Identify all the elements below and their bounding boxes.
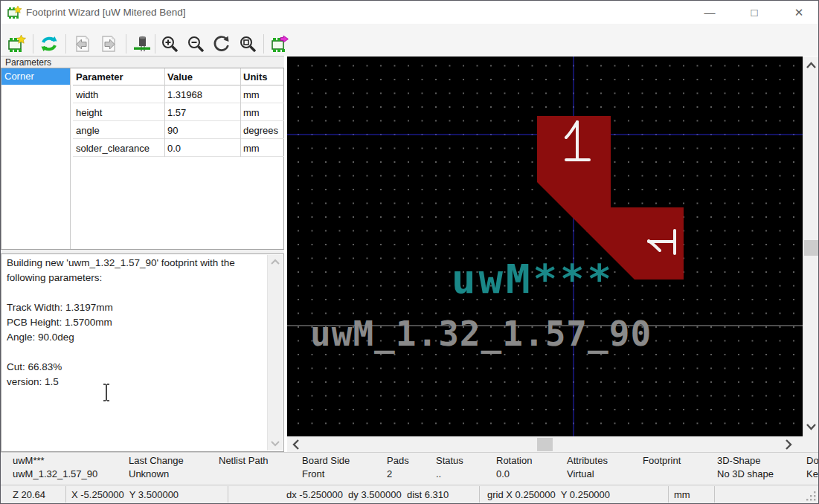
export-footprint-button[interactable]	[270, 33, 291, 54]
through-hole-part-icon	[132, 34, 152, 54]
message-line: PCB Height: 1.5700mm	[7, 317, 235, 332]
message-line: Angle: 90.0deg	[7, 332, 235, 346]
arrow-right-page-icon	[99, 34, 118, 54]
info-attributes-value: Virtual	[567, 468, 594, 479]
zoom-out-icon	[186, 34, 205, 54]
column-header-parameter: Parameter	[76, 71, 123, 83]
message-line	[7, 346, 235, 361]
info-rotation-value: 0.0	[496, 468, 510, 479]
statusbar-separator	[479, 486, 480, 503]
toolbar-separator	[65, 34, 66, 54]
zoom-in-icon	[160, 34, 179, 54]
horizontal-scroll-thumb[interactable]	[537, 438, 553, 451]
parameters-panel-title: Parameters	[5, 57, 51, 68]
zoom-out-button[interactable]	[185, 33, 206, 54]
info-status-value: ..	[436, 468, 441, 479]
info-reference-value: uwM_1.32_1.57_90	[13, 468, 97, 479]
info-netlist-label: Netlist Path	[219, 455, 268, 466]
footprint-wizard-window: Footprint Wizard [uW Mitered Bend] ― □ ✕	[0, 0, 819, 504]
statusbar-separator	[714, 486, 715, 503]
info-3dshape-value: No 3D shape	[717, 468, 774, 479]
relative-position: dx -5.250000 dy 3.500000 dist 6.310	[286, 489, 449, 500]
info-lastchange-label: Last Change	[129, 455, 184, 466]
footprint-wizard-icon	[7, 34, 26, 54]
zoom-fit-icon	[238, 34, 257, 54]
info-footprint-label: Footprint	[643, 455, 681, 466]
info-rotation-label: Rotation	[496, 455, 532, 466]
toolbar-separator	[263, 34, 264, 54]
toolbar-separator	[33, 34, 33, 54]
param-value[interactable]: 90	[167, 125, 178, 136]
page-list: Corner	[1, 68, 71, 249]
param-units: mm	[243, 89, 260, 100]
footprint-value-text[interactable]: uwM_1.32_1.57_90	[310, 314, 652, 354]
next-page-button[interactable]	[98, 33, 119, 54]
title-bar: Footprint Wizard [uW Mitered Bend] ― □ ✕	[1, 1, 818, 25]
column-header-value: Value	[167, 71, 193, 83]
info-status-label: Status	[436, 455, 463, 466]
scroll-down-icon[interactable]	[803, 420, 819, 433]
resize-grip[interactable]	[805, 490, 817, 502]
page-list-item-corner[interactable]: Corner	[1, 68, 70, 85]
info-boardside-label: Board Side	[302, 455, 350, 466]
grid-column-divider	[240, 68, 241, 157]
statusbar-separator	[65, 486, 66, 503]
toolbar-separator	[126, 34, 126, 54]
scroll-up-icon[interactable]	[268, 256, 283, 268]
previous-page-button[interactable]	[72, 33, 93, 54]
scroll-up-icon[interactable]	[803, 59, 819, 72]
info-pads-value: 2	[387, 468, 392, 479]
ibeam-cursor	[102, 383, 111, 402]
info-pads-label: Pads	[387, 455, 409, 466]
cursor-position: X -5.250000 Y 3.500000	[71, 489, 179, 500]
info-attributes-label: Attributes	[567, 455, 608, 466]
param-name: solder_clearance	[76, 143, 150, 154]
info-3dshape-label: 3D-Shape	[717, 455, 761, 466]
zoom-level: Z 20.64	[13, 489, 45, 500]
scroll-down-icon[interactable]	[268, 437, 283, 449]
param-units: mm	[243, 107, 260, 118]
export-footprint-icon	[271, 34, 290, 54]
maximize-button[interactable]: □	[737, 1, 771, 24]
zoom-in-button[interactable]	[159, 33, 180, 54]
statusbar-separator	[228, 486, 228, 503]
zoom-to-fit-button[interactable]	[237, 33, 258, 54]
parameters-area: Corner Parameter Value Units width 1.319…	[1, 68, 284, 250]
param-value[interactable]: 0.0	[167, 143, 181, 154]
toolbar	[1, 24, 818, 56]
scroll-left-icon[interactable]	[289, 437, 303, 452]
message-scrollbar[interactable]	[267, 255, 283, 450]
column-header-units: Units	[243, 71, 268, 83]
scroll-right-icon[interactable]	[782, 437, 795, 452]
message-line: version: 1.5	[7, 376, 235, 391]
toolbar-separator	[155, 34, 155, 54]
units-indicator: mm	[674, 489, 690, 500]
statusbar-separator	[668, 486, 669, 503]
info-reference-label: uwM***	[13, 455, 45, 466]
canvas-horizontal-scrollbar[interactable]	[287, 436, 803, 452]
footprint-reference-text[interactable]: uwM***	[452, 256, 614, 303]
close-button[interactable]: ✕	[782, 1, 816, 24]
info-doc-value: Keywords	[806, 468, 819, 479]
grid-header-divider	[73, 85, 284, 85]
param-name: angle	[76, 125, 100, 136]
param-name: height	[76, 107, 102, 118]
refresh-preview-button[interactable]	[39, 33, 60, 54]
minimize-button[interactable]: ―	[693, 1, 727, 24]
component-preview-button[interactable]	[132, 33, 152, 54]
redraw-view-button[interactable]	[211, 33, 232, 54]
footprint-canvas[interactable]: uwM*** uwM_1.32_1.57_90	[287, 56, 803, 436]
footprint-wizard-select-button[interactable]	[6, 33, 27, 54]
info-boardside-value: Front	[302, 468, 324, 479]
scrollbar-corner	[803, 436, 819, 452]
param-value[interactable]: 1.31968	[167, 89, 202, 100]
param-units: mm	[243, 143, 260, 154]
refresh-icon	[39, 34, 59, 54]
message-panel: Building new 'uwm_1.32_1.57_90' footprin…	[1, 253, 284, 452]
vertical-scroll-thumb[interactable]	[804, 240, 818, 256]
param-value[interactable]: 1.57	[167, 107, 186, 118]
canvas-vertical-scrollbar[interactable]	[803, 56, 819, 436]
grid-setting: grid X 0.250000 Y 0.250000	[487, 489, 610, 500]
message-line: following parameters:	[7, 272, 235, 287]
parameters-panel-header: Parameters	[1, 56, 284, 68]
